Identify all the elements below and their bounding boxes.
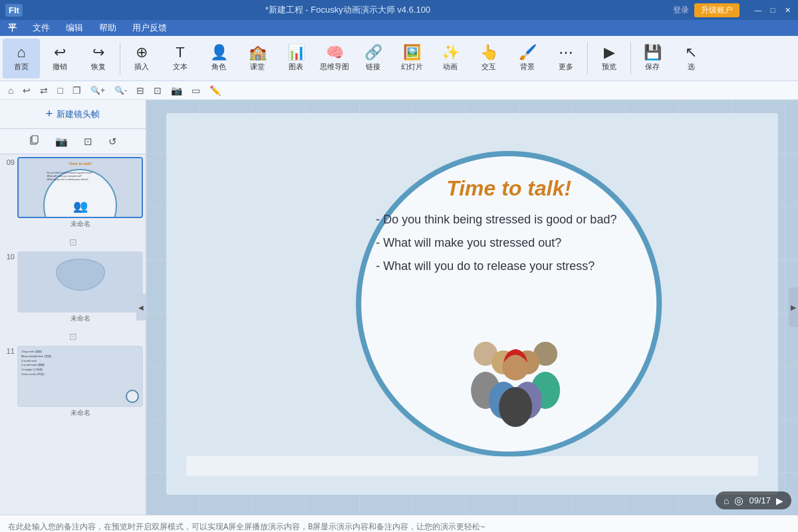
fit-button[interactable]: ⊡ (80, 134, 96, 150)
slide-spacer-2: ⊡ (3, 327, 143, 346)
question-1: - Do you think being stressed is good or… (376, 211, 642, 229)
menu-item-feedback[interactable]: 用户反馈 (130, 21, 170, 35)
slide-questions: - Do you think being stressed is good or… (376, 211, 642, 275)
menu-item-help[interactable]: 帮助 (96, 21, 119, 35)
subtool-pen[interactable]: ✏️ (207, 84, 223, 97)
toolbar-mindmap[interactable]: 🧠 思维导图 (316, 39, 353, 78)
subtool-frame2[interactable]: ❐ (70, 84, 84, 97)
svg-rect-1 (32, 136, 38, 143)
slide-panel: + 新建镜头帧 📷 ⊡ ↺ 09 Time to talk! (0, 100, 146, 515)
toolbar-interact[interactable]: 👆 交互 (470, 39, 507, 78)
slide-number: 09 (3, 157, 15, 166)
subtool-align2[interactable]: ⊡ (151, 84, 164, 97)
chart-icon: 📊 (287, 45, 305, 60)
reset-button[interactable]: ↺ (104, 134, 121, 150)
canvas-area[interactable]: Time to talk! - Do you think being stres… (146, 100, 798, 515)
home-icon: ⌂ (17, 45, 25, 60)
subtool-frame1[interactable]: □ (55, 84, 65, 97)
slide-list: 09 Time to talk! - Do you think being st… (0, 154, 146, 515)
toolbar-insert[interactable]: ⊕ 插入 (123, 39, 160, 78)
main-area: + 新建镜头帧 📷 ⊡ ↺ 09 Time to talk! (0, 100, 798, 515)
title-bar: FIt *新建工程 - Focusky动画演示大师 v4.6.100 登录 升级… (0, 0, 798, 20)
toolbar-redo[interactable]: ↪ 恢复 (80, 39, 117, 78)
copy-frame-button[interactable] (25, 133, 43, 150)
toolbar-select[interactable]: ↖ 选 (672, 39, 710, 78)
toolbar-text[interactable]: T 文本 (162, 39, 199, 78)
page-prev-button[interactable]: ⌂ (724, 495, 729, 506)
classroom-icon: 🏫 (249, 45, 267, 60)
save-icon: 💾 (644, 45, 662, 60)
panel-collapse-button[interactable]: ◀ (136, 294, 146, 321)
minimize-button[interactable]: — (753, 5, 763, 15)
toolbar-more[interactable]: ⋯ 更多 (547, 39, 585, 78)
login-button[interactable]: 登录 (673, 5, 689, 16)
slide-label-11: 未命名 (17, 408, 143, 418)
toolbar-slide[interactable]: 🖼️ 幻灯片 (393, 39, 430, 78)
toolbar-classroom[interactable]: 🏫 课堂 (239, 39, 276, 78)
question-3: - What will you do to release your stres… (376, 257, 642, 275)
slide-title: Time to talk! (356, 176, 662, 201)
subtool-align1[interactable]: ⊟ (134, 84, 147, 97)
app-icon: FIt (5, 4, 23, 17)
plus-icon: + (46, 107, 53, 121)
slide-label-10: 未命名 (17, 314, 143, 323)
title-bar-right: 登录 升级账户 — □ ✕ (673, 3, 793, 17)
subtool-zoomout[interactable]: 🔍- (112, 84, 130, 96)
subtool-zoomin[interactable]: 🔍+ (88, 84, 108, 96)
more-icon: ⋯ (559, 45, 573, 60)
slide-thumbnail-11[interactable]: 1 big circle (圆形) Many straight lines (直… (17, 346, 143, 407)
toolbar-background[interactable]: 🖌️ 背景 (509, 39, 546, 78)
animation-icon: ✨ (442, 45, 460, 60)
page-nav-circle[interactable]: ◎ (734, 494, 743, 507)
slide-thumbnail-09[interactable]: Time to talk! - Do you think being stres… (17, 157, 143, 218)
title-bar-left: FIt (5, 4, 23, 17)
right-panel-collapse[interactable]: ▶ (789, 287, 798, 327)
subtool-rect[interactable]: ▭ (189, 84, 203, 97)
list-item: 11 1 big circle (圆形) Many straight lines… (3, 346, 143, 418)
page-indicator: ⌂ ◎ 09/17 ▶ (716, 491, 791, 509)
subtool-back[interactable]: ↩ (20, 84, 33, 97)
toolbar-preview[interactable]: ▶ 预览 (591, 39, 628, 78)
menu-item-file[interactable]: 文件 (30, 21, 53, 35)
list-item: 09 Time to talk! - Do you think being st… (3, 157, 143, 229)
spacer-icon-2: ⊡ (69, 331, 77, 342)
notes-expand-button[interactable]: ⤢ (782, 515, 798, 532)
question-2: - What will make you stressed out? (376, 234, 642, 252)
notes-area: ⤢ (0, 515, 798, 532)
restore-button[interactable]: □ (767, 5, 778, 15)
notes-input[interactable] (0, 515, 782, 532)
people-figure (449, 331, 569, 430)
slide-spacer-1: ⊡ (3, 233, 143, 251)
toolbar-sep-2 (587, 43, 588, 74)
page-next-button[interactable]: ▶ (776, 495, 783, 506)
subtool-switch[interactable]: ⇄ (37, 84, 51, 97)
subtool-home[interactable]: ⌂ (5, 84, 16, 97)
upgrade-button[interactable]: 升级账户 (694, 3, 739, 17)
menu-item-edit[interactable]: 编辑 (63, 21, 86, 35)
toolbar-link[interactable]: 🔗 链接 (354, 39, 392, 78)
mindmap-icon: 🧠 (326, 45, 344, 60)
toolbar-role[interactable]: 👤 角色 (200, 39, 237, 78)
subtool-camera[interactable]: 📷 (168, 84, 185, 97)
slide-content[interactable]: Time to talk! - Do you think being stres… (166, 113, 778, 495)
toolbar-undo[interactable]: ↩ 撤销 (41, 39, 78, 78)
link-icon: 🔗 (364, 45, 382, 60)
toolbar-chart[interactable]: 📊 图表 (277, 39, 315, 78)
circle-container: Time to talk! - Do you think being stres… (356, 151, 662, 457)
toolbar-animation[interactable]: ✨ 动画 (432, 39, 469, 78)
spacer-icon: ⊡ (69, 237, 77, 247)
select-icon: ↖ (685, 45, 697, 60)
sub-toolbar: ⌂ ↩ ⇄ □ ❐ 🔍+ 🔍- ⊟ ⊡ 📷 ▭ ✏️ (0, 81, 798, 100)
new-frame-button[interactable]: + 新建镜头帧 (0, 100, 146, 129)
slide-label-09: 未命名 (17, 219, 143, 229)
toolbar: ⌂ 首页 ↩ 撤销 ↪ 恢复 ⊕ 插入 T 文本 👤 角色 🏫 课堂 📊 图表 … (0, 36, 798, 81)
slide-number: 11 (3, 346, 15, 355)
slide-thumbnail-10[interactable] (17, 251, 143, 313)
menu-item-logo[interactable]: 平 (5, 21, 19, 35)
toolbar-save[interactable]: 💾 保存 (634, 39, 671, 78)
close-button[interactable]: ✕ (782, 5, 793, 15)
toolbar-home[interactable]: ⌂ 首页 (3, 39, 40, 78)
screenshot-button[interactable]: 📷 (51, 134, 72, 150)
insert-icon: ⊕ (136, 45, 148, 60)
preview-icon: ▶ (604, 45, 615, 60)
